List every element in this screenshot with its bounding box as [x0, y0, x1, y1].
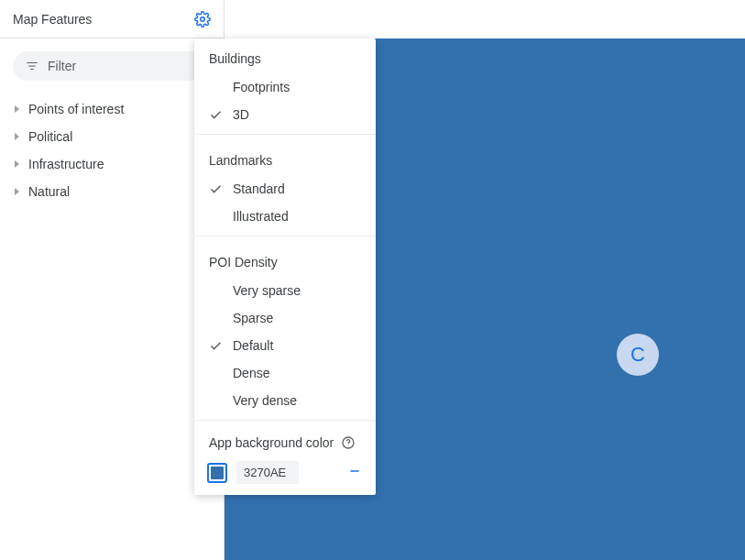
hex-input[interactable] [236, 461, 299, 484]
sidebar-header: Map Features [0, 0, 224, 38]
option-label: Very sparse [233, 283, 301, 298]
settings-popover: Buildings Footprints 3D Landmarks Standa… [194, 38, 376, 495]
gear-icon[interactable] [194, 11, 211, 27]
check-slot [209, 182, 233, 196]
divider [194, 236, 376, 236]
option-3d[interactable]: 3D [194, 101, 376, 128]
sidebar-item-political[interactable]: Political [5, 123, 218, 150]
option-illustrated[interactable]: Illustrated [194, 203, 376, 230]
check-slot [209, 108, 233, 122]
chevron-right-icon [15, 160, 19, 168]
app-background-row: App background color [194, 426, 376, 457]
filter-wrap: Filter [0, 38, 224, 90]
svg-point-0 [201, 16, 205, 21]
chevron-right-icon [15, 133, 19, 140]
option-very-dense[interactable]: Very dense [194, 387, 376, 414]
check-icon [209, 108, 223, 122]
sidebar-item-label: Points of interest [28, 102, 124, 116]
option-label: 3D [233, 107, 249, 122]
group-header-landmarks: Landmarks [194, 140, 376, 175]
check-slot [209, 339, 233, 353]
option-label: Sparse [233, 311, 273, 325]
sidebar-item-natural[interactable]: Natural [5, 178, 218, 205]
divider [194, 134, 376, 135]
group-header-buildings: Buildings [194, 38, 376, 73]
sidebar-item-label: Natural [28, 184, 70, 199]
option-label: Standard [233, 181, 285, 196]
filter-placeholder: Filter [48, 59, 76, 73]
option-footprints[interactable]: Footprints [194, 73, 376, 101]
option-sparse[interactable]: Sparse [194, 304, 376, 332]
svg-point-2 [348, 445, 349, 446]
check-icon [209, 182, 223, 196]
option-default[interactable]: Default [194, 332, 376, 359]
option-label: Very dense [233, 393, 297, 408]
help-icon[interactable] [341, 435, 356, 450]
remove-color-button[interactable] [346, 465, 363, 480]
color-row [194, 457, 376, 488]
feature-list: Points of interest Political Infrastruct… [0, 90, 224, 211]
sidebar-item-poi[interactable]: Points of interest [5, 95, 218, 123]
check-icon [209, 339, 223, 353]
filter-input[interactable]: Filter [13, 51, 211, 81]
sidebar-item-label: Infrastructure [28, 157, 104, 171]
option-very-sparse[interactable]: Very sparse [194, 277, 376, 304]
group-header-poi-density: POI Density [194, 242, 376, 277]
avatar[interactable]: C [617, 334, 659, 376]
minus-icon [348, 465, 361, 478]
sidebar: Map Features Filter Points of interest P… [0, 0, 225, 560]
option-label: Default [233, 338, 273, 353]
option-label: Dense [233, 366, 269, 380]
page-title: Map Features [13, 12, 92, 27]
chevron-right-icon [15, 188, 19, 195]
sidebar-item-label: Political [28, 129, 72, 144]
chevron-right-icon [15, 105, 19, 113]
filter-icon [26, 60, 38, 72]
color-swatch-inner [211, 467, 224, 479]
avatar-letter: C [630, 343, 645, 367]
option-label: Footprints [233, 80, 290, 94]
option-standard[interactable]: Standard [194, 175, 376, 203]
sidebar-item-infrastructure[interactable]: Infrastructure [5, 150, 218, 178]
option-dense[interactable]: Dense [194, 359, 376, 387]
divider [194, 420, 376, 421]
color-swatch[interactable] [207, 463, 227, 483]
app-background-label: App background color [209, 435, 334, 450]
option-label: Illustrated [233, 209, 289, 224]
